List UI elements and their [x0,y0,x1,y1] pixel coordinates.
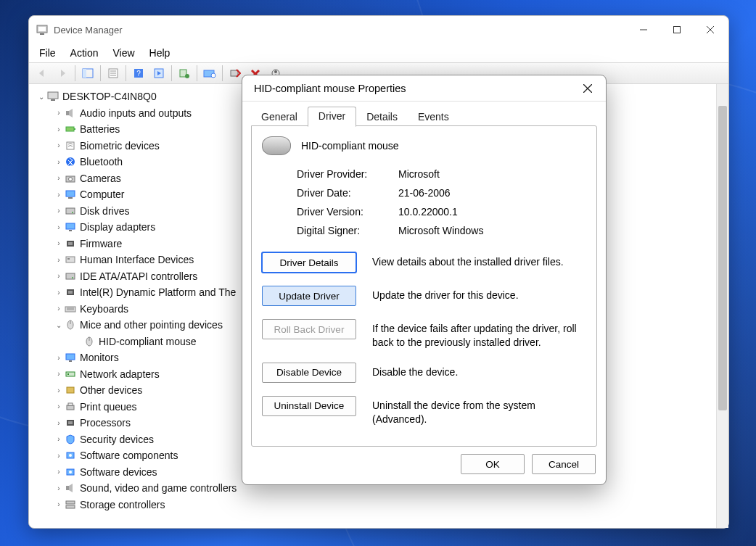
forward-button[interactable] [52,65,73,82]
expand-icon[interactable]: › [54,141,64,149]
maximize-button[interactable] [660,16,694,44]
tree-category-label: Firmware [80,238,122,249]
expand-icon[interactable]: › [54,109,64,117]
driver-properties-dialog: HID-compliant mouse Properties General D… [242,75,607,485]
expand-icon[interactable]: › [54,402,64,410]
dialog-close-button[interactable] [575,78,600,99]
tab-general[interactable]: General [251,108,308,127]
expand-icon[interactable]: › [54,223,64,231]
expand-icon[interactable]: › [54,207,64,215]
show-hide-tree-button[interactable] [78,65,98,82]
tree-category-label: Monitors [80,352,119,363]
category-icon [64,434,77,445]
close-button[interactable] [694,16,727,44]
svg-rect-38 [69,230,72,231]
expand-icon[interactable]: › [54,272,64,280]
uninstall-device-button[interactable]: Uninstall Device [262,396,356,416]
expand-icon[interactable]: › [54,484,64,492]
help-button[interactable]: ? [128,65,149,82]
action-button[interactable] [149,65,169,82]
expand-icon[interactable]: › [54,452,64,460]
expand-icon[interactable]: ⌄ [54,321,64,329]
category-icon [64,286,77,298]
expand-icon[interactable]: › [54,354,64,362]
tree-category-label: Print queues [80,401,137,413]
tree-category[interactable]: ›Storage controllers [33,497,716,513]
collapse-icon[interactable]: ⌄ [36,93,46,101]
svg-rect-57 [67,373,69,375]
svg-rect-37 [66,223,75,229]
svg-rect-8 [83,69,86,78]
expand-icon[interactable]: › [54,191,64,199]
mouse-icon [83,336,96,347]
computer-icon [46,91,59,102]
category-icon [64,352,77,363]
svg-point-36 [72,212,73,213]
scroll-thumb[interactable] [718,106,727,410]
tab-details[interactable]: Details [356,108,408,127]
mouse-icon [262,136,291,155]
menu-view[interactable]: View [105,46,141,60]
device-name: HID-compliant mouse [301,140,399,152]
expand-icon[interactable]: › [54,386,64,394]
tree-category-label: Storage controllers [80,499,165,510]
expand-icon[interactable]: › [54,256,64,264]
svg-rect-67 [66,486,69,490]
tree-category-label: Other devices [80,384,142,396]
cancel-button[interactable]: Cancel [532,454,596,474]
roll-back-driver-desc: If the device fails after updating the d… [372,319,586,349]
menu-file[interactable]: File [32,46,63,60]
svg-rect-46 [68,291,73,294]
expand-icon[interactable]: › [54,158,64,166]
expand-icon[interactable]: › [54,125,64,133]
svg-rect-35 [66,208,75,214]
tab-driver[interactable]: Driver [308,107,356,127]
expand-icon[interactable]: › [54,239,64,247]
minimize-button[interactable] [627,16,660,44]
vertical-scrollbar[interactable] [716,84,728,528]
category-icon [64,156,77,167]
tree-category-label: Audio inputs and outputs [80,107,192,119]
scan-hardware-button[interactable] [200,65,220,82]
svg-rect-26 [66,111,69,115]
category-icon [64,319,77,331]
expand-icon[interactable]: › [54,174,64,182]
tab-events[interactable]: Events [408,108,459,127]
category-icon [64,384,77,396]
svg-rect-41 [66,257,75,262]
menu-help[interactable]: Help [142,46,178,60]
expand-icon[interactable]: › [54,500,64,508]
menu-action[interactable]: Action [63,46,106,60]
uninstall-device-desc: Uninstall the device from the system (Ad… [372,396,586,426]
expand-icon[interactable]: › [54,419,64,427]
svg-point-66 [69,471,72,473]
ok-button[interactable]: OK [461,454,525,474]
disable-device-desc: Disable the device. [372,363,586,379]
driver-details-button[interactable]: Driver Details [262,252,356,273]
svg-rect-34 [68,197,73,199]
properties-button[interactable] [103,65,123,82]
category-icon [64,189,77,200]
svg-rect-54 [66,354,75,360]
svg-rect-59 [67,405,74,410]
expand-icon[interactable]: › [54,305,64,313]
update-driver-button[interactable] [174,65,194,82]
driver-info-grid: Driver Provider: Microsoft Driver Date: … [297,168,586,236]
tree-category-label: Batteries [80,123,120,135]
svg-text:?: ? [136,70,141,78]
tree-category-label: Keyboards [80,303,128,315]
devmgr-icon [36,24,48,36]
expand-icon[interactable]: › [54,289,64,297]
category-icon [64,482,77,494]
expand-icon[interactable]: › [54,468,64,476]
driver-version-label: Driver Version: [297,206,398,218]
svg-rect-4 [674,27,681,33]
back-button[interactable] [32,65,52,82]
disable-device-button[interactable]: Disable Device [262,363,356,383]
svg-rect-69 [66,505,75,508]
menubar: File Action View Help [29,44,728,62]
update-driver-button[interactable]: Update Driver [262,286,356,306]
svg-rect-24 [48,92,58,99]
expand-icon[interactable]: › [54,435,64,443]
expand-icon[interactable]: › [54,370,64,378]
